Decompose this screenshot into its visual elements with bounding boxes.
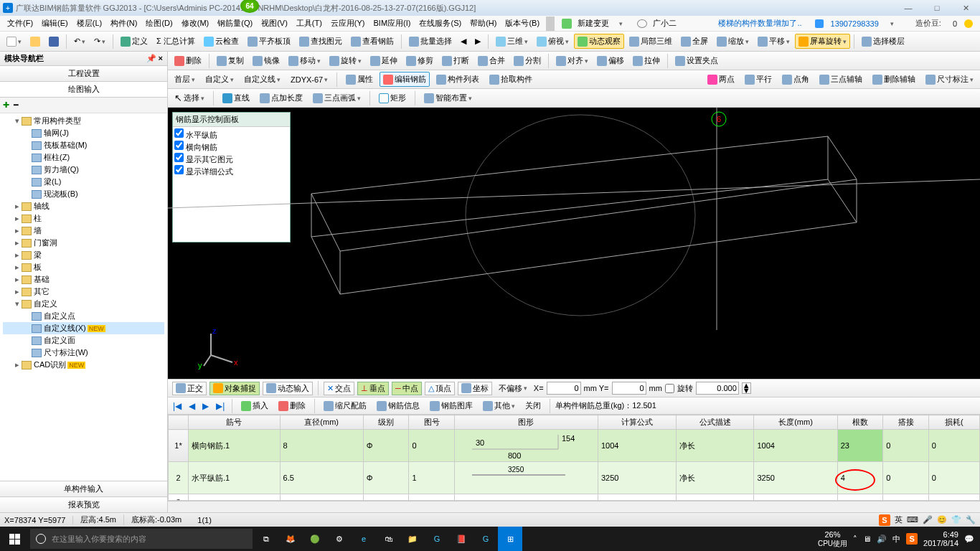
snap-coord[interactable]: 坐标 (458, 382, 492, 395)
offset-mode-dropdown[interactable]: 不偏移 ▾ (495, 381, 531, 396)
smart-layout-tool[interactable]: 智能布置▾ (420, 90, 476, 105)
tray-sogou-icon[interactable]: S (906, 533, 918, 545)
flat-top-button[interactable]: 平齐板顶 (244, 34, 294, 49)
tab-single-member[interactable]: 单构件输入 (0, 481, 167, 496)
tree-item[interactable]: ▸基础 (3, 273, 164, 286)
table-row[interactable]: 2水平纵筋.16.5Φ132503250净长3250400 (169, 462, 980, 494)
menu-cloud[interactable]: 云应用(Y) (326, 18, 369, 29)
grid-insert[interactable]: 插入 (237, 398, 272, 413)
tree-item[interactable]: ▸梁 (3, 249, 164, 261)
osnap-toggle[interactable]: 对象捕捉 (209, 382, 260, 395)
delete-button[interactable]: 删除 (171, 53, 205, 68)
dynamic-view-button[interactable]: 动态观察 (574, 34, 624, 49)
point-angle-button[interactable]: 点角 (778, 72, 813, 87)
maximize-button[interactable]: □ (923, 0, 951, 16)
define-button[interactable]: 定义 (117, 34, 151, 49)
tray-cpu-pct[interactable]: 26% (818, 530, 847, 539)
local-3d-button[interactable]: 局部三维 (626, 34, 676, 49)
tree-item[interactable]: 尺寸标注(W) (3, 347, 164, 359)
select-floor-button[interactable]: 选择楼层 (858, 34, 908, 49)
notification-text[interactable]: 楼梯的构件数量增加了.. (714, 18, 806, 29)
redo-button[interactable]: ↷▾ (90, 34, 109, 48)
minimize-button[interactable]: — (894, 0, 923, 16)
menu-help[interactable]: 帮助(H) (466, 18, 501, 29)
mirror-button[interactable]: 镜像 (249, 53, 283, 68)
expand-all-icon[interactable]: ✚ (3, 100, 9, 110)
taskbar-app[interactable]: 📕 (449, 527, 473, 551)
point-length-tool[interactable]: 点加长度 (256, 90, 306, 105)
property-button[interactable]: 属性 (342, 72, 377, 87)
menu-view[interactable]: 视图(V) (257, 18, 292, 29)
taskbar-edge[interactable]: e (352, 527, 376, 551)
taskbar-search[interactable]: 在这里输入你要搜索的内容 (30, 529, 253, 549)
tab-report-preview[interactable]: 报表预览 (0, 496, 167, 512)
taskbar-app[interactable]: 🟢 (303, 527, 327, 551)
member-list-button[interactable]: 构件列表 (433, 72, 483, 87)
tree-item[interactable]: ▸门窗洞 (3, 237, 164, 249)
move-button[interactable]: 移动▾ (285, 53, 324, 68)
panel-pin-icon[interactable]: 📌 × (146, 54, 163, 63)
merge-button[interactable]: 合并 (474, 53, 509, 68)
menu-rebar[interactable]: 钢筋量(Q) (213, 18, 257, 29)
rotate-button[interactable]: 旋转▾ (326, 53, 365, 68)
code-dropdown[interactable]: ZDYX-67 ▾ (287, 73, 331, 86)
three-axis-button[interactable]: 三点辅轴 (816, 72, 866, 87)
3d-button[interactable]: 三维▾ (492, 34, 532, 49)
menu-tools[interactable]: 工具(T) (292, 18, 326, 29)
taskbar-app[interactable]: ⚙ (327, 527, 352, 551)
nav-prev[interactable]: ◀ (187, 401, 197, 411)
align-button[interactable]: 对齐▾ (552, 53, 592, 68)
new-button[interactable]: ▾ (3, 34, 25, 49)
tray-notifications-icon[interactable]: 💬 (964, 534, 974, 544)
dim-button[interactable]: 尺寸标注▾ (922, 72, 977, 87)
nav-first[interactable]: |◀ (171, 401, 184, 411)
taskbar-app[interactable]: 🦊 (278, 527, 303, 551)
tab-project-settings[interactable]: 工程设置 (0, 66, 167, 82)
snap-intersect[interactable]: ✕交点 (324, 382, 354, 395)
new-change-button[interactable]: 新建变更▾ (557, 17, 632, 29)
cloud-check-button[interactable]: 云检查 (200, 34, 242, 49)
bean-balance[interactable]: 造价豆:0 (907, 18, 977, 29)
tray-network-icon[interactable]: 🖥 (863, 534, 871, 543)
sogou-ime-icon[interactable]: S (879, 514, 890, 526)
start-button[interactable] (0, 527, 29, 551)
menu-bim[interactable]: BIM应用(I) (369, 18, 415, 29)
menu-draw[interactable]: 绘图(D) (141, 18, 176, 29)
snap-vertex[interactable]: △顶点 (425, 382, 455, 395)
rotate-checkbox[interactable] (665, 384, 674, 393)
xiaoer-button[interactable]: 广小二 (632, 17, 686, 29)
del-axis-button[interactable]: 删除辅轴 (869, 72, 919, 87)
close-button[interactable]: ✕ (951, 0, 980, 16)
floor-dropdown[interactable]: 首层 ▾ (171, 72, 199, 87)
offset-button[interactable]: 偏移 (593, 53, 628, 68)
tree-item[interactable]: 剪力墙(Q) (3, 164, 164, 176)
user-phone[interactable]: 13907298339▾ (811, 19, 903, 28)
tree-item[interactable]: ▸板 (3, 261, 164, 273)
rotate-stepper[interactable]: ▲▼ (742, 382, 751, 394)
table-row[interactable]: 3 (169, 494, 980, 501)
view-rebar-button[interactable]: 查看钢筋 (347, 34, 397, 49)
find-element-button[interactable]: 查找图元 (296, 34, 346, 49)
fullscreen-button[interactable]: 全屏 (677, 34, 712, 49)
copy-button[interactable]: 复制 (213, 53, 248, 68)
scale-rebar[interactable]: 缩尺配筋 (320, 398, 370, 413)
rebar-data-grid[interactable]: 筋号直径(mm)级别图号图形计算公式公式描述长度(mm)根数搭接损耗( 1*横向… (168, 415, 980, 501)
tree-item[interactable]: ▸墙 (3, 225, 164, 237)
type-dropdown[interactable]: 自定义线 ▾ (240, 72, 284, 87)
taskbar-app-current[interactable]: ⊞ (498, 527, 522, 551)
tree-item[interactable]: 轴网(J) (3, 127, 164, 139)
member-tree[interactable]: ▾常用构件类型轴网(J)筏板基础(M)框柱(Z)剪力墙(Q)梁(L)现浇板(B)… (0, 113, 167, 481)
tray-icon[interactable]: 🔧 (966, 515, 976, 524)
two-point-button[interactable]: 两点 (704, 72, 738, 87)
menu-version[interactable]: 版本号(B) (501, 18, 544, 29)
parallel-button[interactable]: 平行 (741, 72, 776, 87)
tree-item[interactable]: 框柱(Z) (3, 151, 164, 164)
pick-member-button[interactable]: 拾取构件 (486, 72, 536, 87)
break-button[interactable]: 打断 (438, 53, 473, 68)
tree-item[interactable]: ▾自定义 (3, 298, 164, 310)
x-input[interactable] (547, 382, 581, 395)
grid-other[interactable]: 其他▾ (479, 398, 519, 413)
save-button[interactable] (45, 34, 62, 49)
category-dropdown[interactable]: 自定义 ▾ (202, 72, 237, 87)
grip-settings-button[interactable]: 设置夹点 (672, 53, 722, 68)
